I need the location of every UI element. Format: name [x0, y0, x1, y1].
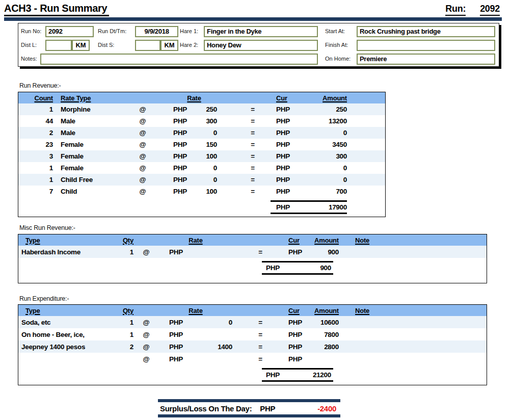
- at-symbol: @: [133, 343, 159, 351]
- notes-label: Notes:: [21, 56, 37, 62]
- surplus-amount: -2400: [317, 404, 336, 413]
- cell-rate-type: Female: [53, 164, 129, 172]
- cell-rate: 0: [194, 129, 217, 137]
- cell-currency: PHP: [271, 176, 304, 183]
- cell-count: 44: [18, 117, 53, 125]
- at-symbol: @: [129, 117, 156, 125]
- equals-symbol: =: [235, 152, 271, 160]
- column-header-note: Note: [355, 237, 396, 244]
- notes-field[interactable]: [40, 54, 318, 65]
- equals-symbol: =: [235, 106, 271, 113]
- cell-rate: 250: [194, 106, 217, 113]
- total-amount: 900: [320, 264, 333, 272]
- cell-rate: 300: [194, 117, 217, 125]
- surplus-label: Surplus/Loss On The Day:: [160, 404, 252, 413]
- run-number: 2092: [480, 4, 500, 16]
- cell-rate: 100: [194, 188, 217, 195]
- cell-rate-currency: PHP: [171, 164, 194, 172]
- cell-rate-currency: PHP: [171, 188, 194, 195]
- at-symbol: @: [133, 319, 159, 326]
- cell-qty: 1: [115, 319, 133, 326]
- equals-symbol: =: [232, 331, 288, 338]
- misc-revenue-total: PHP 900: [262, 261, 333, 275]
- table-row: Soda, etc 1 @ PHP 0 = PHP 10600: [18, 316, 487, 328]
- cell-rate-type: Female: [53, 141, 129, 148]
- hare2-field[interactable]: Honey Dew: [204, 40, 318, 51]
- run-label: Run:: [445, 4, 466, 16]
- equals-symbol: =: [232, 248, 288, 256]
- column-header-note: Note: [355, 307, 396, 314]
- cell-currency: PHP: [271, 164, 304, 172]
- hare1-label: Hare 1:: [180, 28, 198, 34]
- on-home-field[interactable]: Premiere: [357, 54, 495, 65]
- cell-currency: PHP: [271, 141, 304, 148]
- run-summary-report: ACH3 - Run Summary Run: 2092 Run No: 209…: [0, 0, 511, 420]
- column-header-amount: Amount: [311, 307, 339, 314]
- equals-symbol: =: [235, 129, 271, 137]
- table-row: 2 Male @ PHP 0 = PHP 0: [18, 127, 385, 139]
- dist-s-field[interactable]: [135, 40, 160, 51]
- cell-type: Haberdash Income: [18, 248, 115, 256]
- surplus-bottom-bar: [158, 414, 340, 417]
- hare1-field[interactable]: Finger in the Dyke: [204, 26, 318, 37]
- cell-type: Jeepney 1400 pesos: [18, 343, 115, 351]
- total-currency: PHP: [262, 371, 280, 379]
- run-revenue-table: Count Rate Type Rate Cur Amount 1 Morphi…: [18, 92, 386, 217]
- run-revenue-total: PHP 17900: [271, 200, 347, 214]
- table-row: 3 Female @ PHP 100 = PHP 300: [18, 150, 385, 162]
- total-amount: 17900: [329, 203, 347, 211]
- column-header-rate: Rate: [171, 94, 217, 102]
- column-header-rate-type: Rate Type: [53, 94, 129, 102]
- cell-rate-type: Child: [53, 188, 129, 195]
- cell-currency: PHP: [271, 188, 304, 195]
- cell-rate-type: Male: [53, 117, 129, 125]
- table-row: 7 Child @ PHP 100 = PHP 700: [18, 186, 385, 197]
- table-row: Haberdash Income 1 @ PHP = PHP 900: [18, 246, 487, 258]
- cell-qty: 1: [115, 331, 133, 338]
- at-symbol: @: [129, 176, 156, 183]
- run-dt-field[interactable]: 9/9/2018: [135, 26, 178, 37]
- finish-at-field[interactable]: [357, 40, 495, 51]
- total-currency: PHP: [271, 203, 290, 211]
- cell-qty: 2: [115, 343, 133, 351]
- table-row: 1 Child Free @ PHP 0 = PHP 0: [18, 174, 385, 186]
- at-symbol: @: [129, 164, 156, 172]
- cell-amount: 0: [304, 129, 347, 137]
- start-at-field[interactable]: Rock Crushing past bridge: [357, 26, 495, 37]
- at-symbol: @: [133, 331, 159, 338]
- column-header-cur: Cur: [288, 307, 311, 314]
- cell-currency: PHP: [288, 319, 311, 326]
- equals-symbol: =: [235, 188, 271, 195]
- cell-rate-currency: PHP: [171, 152, 194, 160]
- surplus-loss-summary: Surplus/Loss On The Day: PHP -2400: [158, 399, 340, 417]
- cell-rate-currency: PHP: [159, 343, 192, 351]
- column-header-qty: Qty: [115, 307, 133, 314]
- cell-rate: 1400: [192, 343, 232, 351]
- table-row: 1 Female @ PHP 0 = PHP 0: [18, 162, 385, 174]
- column-header-type: Type: [18, 237, 115, 244]
- cell-currency: PHP: [271, 117, 304, 125]
- cell-count: 3: [18, 152, 53, 160]
- dist-l-field[interactable]: [45, 40, 72, 51]
- surplus-currency: PHP: [260, 404, 275, 413]
- cell-amount: 2800: [311, 343, 339, 351]
- dist-l-km-unit: KM: [72, 40, 90, 51]
- cell-amount: 3450: [304, 141, 347, 148]
- cell-rate-type: Female: [53, 152, 129, 160]
- table-row: 44 Male @ PHP 300 = PHP 13200: [18, 115, 385, 127]
- column-header-cur: Cur: [271, 94, 304, 102]
- cell-count: 1: [18, 106, 53, 113]
- equals-symbol: =: [232, 343, 288, 351]
- at-symbol: @: [129, 106, 156, 113]
- equals-symbol: =: [235, 164, 271, 172]
- cell-rate-currency: PHP: [171, 176, 194, 183]
- equals-symbol: =: [235, 117, 271, 125]
- cell-currency: PHP: [288, 248, 311, 256]
- run-no-field[interactable]: 2092: [45, 26, 94, 37]
- cell-amount: 10600: [311, 319, 339, 326]
- cell-count: 7: [18, 188, 53, 195]
- table-row: 23 Female @ PHP 150 = PHP 3450: [18, 139, 385, 150]
- expenditure-table-header: Type Qty Rate Cur Amount Note: [18, 305, 487, 316]
- at-symbol: @: [129, 141, 156, 148]
- cell-amount: 0: [304, 176, 347, 183]
